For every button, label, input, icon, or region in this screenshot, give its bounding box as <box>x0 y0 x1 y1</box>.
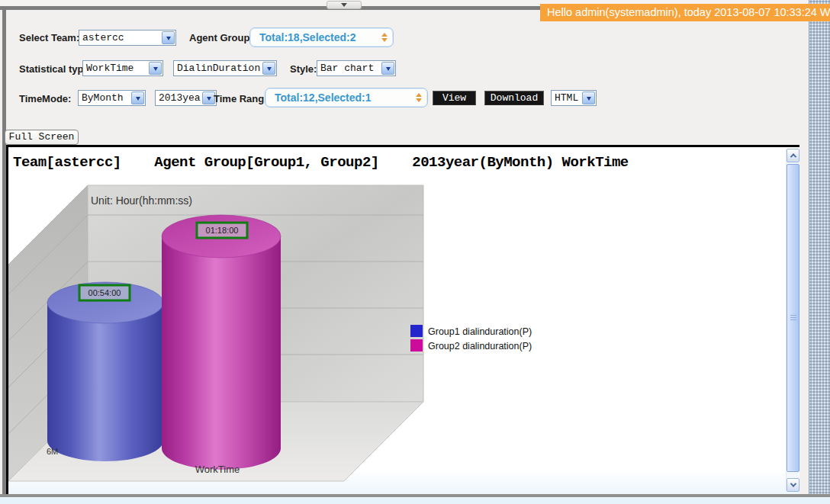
bottom-status-strip <box>0 497 830 504</box>
right-texture-strip <box>809 0 830 504</box>
time-rang-spinner[interactable]: Total:12,Selected:1 <box>265 88 428 108</box>
statistical-type-label: Statistical type: <box>19 63 92 75</box>
legend-swatch-group2 <box>410 339 423 352</box>
format-select[interactable]: HTML <box>551 90 597 106</box>
year-select[interactable]: 2013year <box>155 90 217 106</box>
view-button[interactable]: View <box>433 91 476 105</box>
thumb-grip-icon <box>790 315 796 322</box>
dropdown-arrow-icon[interactable] <box>582 91 595 104</box>
chart-panel: Team[astercc] Agent Group[Group1, Group2… <box>6 145 799 494</box>
category-label: WorkTime <box>195 464 240 475</box>
dropdown-arrow-icon[interactable] <box>262 62 275 75</box>
agent-group-spinner[interactable]: Total:18,Selected:2 <box>249 27 394 47</box>
welcome-banner: Hello admin(systemadmin), today 2013-08-… <box>540 4 830 21</box>
value-label-group2: 01:18:00 <box>197 223 247 238</box>
scroll-up-button[interactable] <box>787 149 799 162</box>
unit-label: Unit: Hour(hh:mm:ss) <box>91 194 192 207</box>
vertical-scrollbar[interactable] <box>786 149 799 492</box>
svg-text:00:54:00: 00:54:00 <box>88 288 121 297</box>
statistical-type-select[interactable]: WorkTime <box>82 60 163 76</box>
legend-label-group1: Group1 dialinduration(P) <box>428 326 532 337</box>
bar-chart: Unit: Hour(hh:mm:ss) 00:54:00 01:18:00 6… <box>8 182 790 490</box>
spinner-icon[interactable] <box>410 90 427 105</box>
agent-group-label: Agent Group: <box>189 32 253 43</box>
legend-swatch-group1 <box>410 325 423 337</box>
spinner-icon[interactable] <box>376 30 393 45</box>
dropdown-arrow-icon[interactable] <box>131 91 144 104</box>
dropdown-arrow-icon[interactable] <box>162 31 175 44</box>
chevron-down-icon <box>790 480 796 486</box>
value-label-group1: 00:54:00 <box>79 285 130 300</box>
dropdown-arrow-icon[interactable] <box>149 62 162 75</box>
statistical-subtype-select[interactable]: DialinDuration <box>173 60 277 76</box>
scrollbar-thumb[interactable] <box>787 164 799 472</box>
chevron-up-icon <box>790 153 796 159</box>
time-rang-label: Time Rang: <box>214 93 268 104</box>
legend: Group1 dialinduration(P) Group2 dialindu… <box>410 325 532 352</box>
depth-axis-label: 6M <box>47 447 58 456</box>
timemode-label: TimeMode: <box>19 93 71 104</box>
select-team-label: Select Team: <box>19 32 79 43</box>
collapse-panel-tab[interactable] <box>327 1 362 9</box>
chevron-down-icon <box>341 3 347 10</box>
team-select[interactable]: astercc <box>79 30 176 46</box>
bar-group2[interactable] <box>162 215 281 470</box>
scroll-down-button[interactable] <box>787 478 799 492</box>
chart-title: Team[astercc] Agent Group[Group1, Group2… <box>13 154 799 171</box>
timemode-select[interactable]: ByMonth <box>78 90 146 106</box>
legend-label-group2: Group2 dialinduration(P) <box>428 341 532 352</box>
full-screen-button[interactable]: Full Screen <box>5 130 79 145</box>
dropdown-arrow-icon[interactable] <box>381 62 394 75</box>
svg-text:01:18:00: 01:18:00 <box>206 226 239 235</box>
bar-group1[interactable] <box>47 282 163 461</box>
download-button[interactable]: Download <box>484 91 544 105</box>
style-select[interactable]: Bar chart <box>317 60 396 76</box>
style-label: Style: <box>290 63 317 75</box>
